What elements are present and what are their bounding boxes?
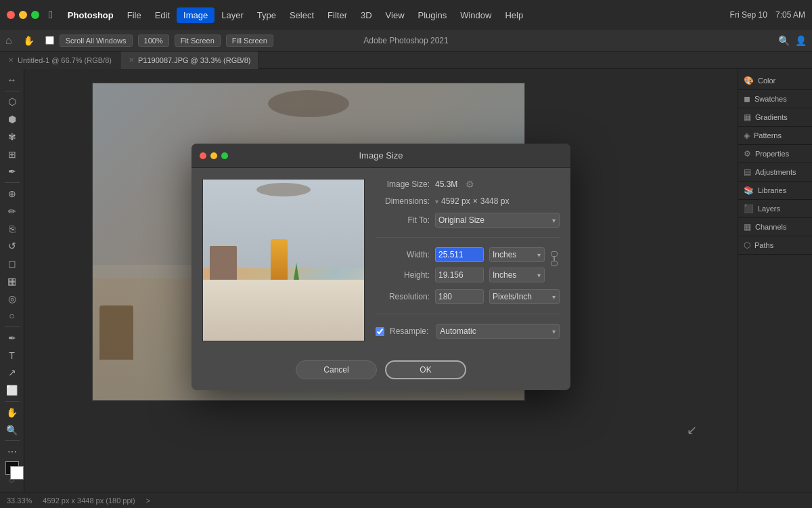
text-tool[interactable]: T [3,347,22,364]
panel-section-gradients[interactable]: ▦ Gradients [738,108,812,127]
search-icon[interactable]: 🔍 [778,35,790,46]
menubar-layer[interactable]: Layer [215,7,250,23]
zoom-tool[interactable]: 🔍 [3,422,22,438]
eyedropper-tool[interactable]: ✒ [3,164,22,180]
dialog-zoom-button[interactable] [221,152,228,159]
menubar-plugins[interactable]: Plugins [411,7,454,23]
window-title: Adobe Photoshop 2021 [363,36,448,45]
width-unit-select[interactable]: Inches [489,247,545,262]
background-color[interactable] [10,466,24,480]
ok-button[interactable]: OK [385,360,466,379]
menubar-help[interactable]: Help [498,7,530,23]
lasso-tool[interactable]: ⬢ [3,111,22,127]
menubar-window[interactable]: Window [453,7,498,23]
heal-tool[interactable]: ⊕ [3,186,22,202]
status-bar: 33.33% 4592 px x 3448 px (180 ppi) > [0,492,812,508]
dialog-minimize-button[interactable] [210,152,217,159]
menubar-edit[interactable]: Edit [148,7,177,23]
more-tools[interactable]: ⋯ [3,444,22,460]
fit-screen-button[interactable]: Fit Screen [175,35,221,47]
panel-section-adjustments[interactable]: ▤ Adjustments [738,163,812,182]
panel-channels-header: ▦ Channels [744,222,807,232]
path-select-tool[interactable]: ↗ [3,365,22,381]
zoom-level-button[interactable]: 100% [138,35,169,47]
dimensions-width: 4592 px [441,196,470,206]
menubar-filter[interactable]: Filter [321,7,354,23]
cancel-button[interactable]: Cancel [296,360,377,379]
eraser-tool[interactable]: ◻ [3,255,22,272]
tool-separator-1 [5,91,20,91]
panel-section-channels[interactable]: ▦ Channels [738,218,812,236]
history-tool[interactable]: ↺ [3,238,22,254]
minimize-button[interactable] [19,11,27,19]
gradient-tool[interactable]: ▦ [3,273,22,289]
menubar-type[interactable]: Type [250,7,283,23]
marquee-tool[interactable]: ⬡ [3,94,22,110]
hand-tool[interactable]: ✋ [3,404,22,421]
right-panel: 🎨 Color ◼ Swatches ▦ Gradients ◈ Pattern… [738,69,812,492]
tool-separator-4 [5,401,20,402]
tab-untitled[interactable]: ✕ Untitled-1 @ 66.7% (RGB/8) [0,51,120,69]
resolution-input[interactable] [435,289,484,304]
dimensions-arrow[interactable]: ▾ [435,198,438,205]
dialog-close-button[interactable] [200,152,206,159]
tab-close-2[interactable]: ✕ [129,56,134,64]
brush-tool[interactable]: ✏ [3,203,22,219]
resolution-unit-select[interactable]: Pixels/Inch [489,289,560,304]
patterns-panel-icon: ◈ [744,131,750,140]
panel-section-properties[interactable]: ⚙ Properties [738,145,812,163]
blur-tool[interactable]: ◎ [3,291,22,307]
tab-close-1[interactable]: ✕ [8,56,14,64]
width-unit-wrapper: Inches [489,247,545,262]
menubar-select[interactable]: Select [283,7,321,23]
gear-icon[interactable]: ⚙ [466,179,474,190]
foreground-color[interactable] [5,461,19,475]
properties-panel-label: Properties [755,150,789,158]
resample-label[interactable]: Resample: [390,326,428,336]
close-button[interactable] [7,11,15,19]
panel-section-paths[interactable]: ⬡ Paths [738,236,812,255]
size-chain-group: Width: Inches [376,247,560,282]
patterns-panel-label: Patterns [754,131,782,140]
menubar-3d[interactable]: 3D [354,7,379,23]
panel-section-layers[interactable]: ⬛ Layers [738,200,812,218]
chain-link-bottom [551,261,558,266]
canvas-area: Image Size [24,69,738,492]
checkbox-scroll-all[interactable] [45,36,54,45]
chain-link-top [551,251,558,257]
resample-select[interactable]: Automatic [436,324,560,339]
panel-section-patterns[interactable]: ◈ Patterns [738,127,812,145]
menubar-view[interactable]: View [379,7,411,23]
height-unit-select[interactable]: Inches [489,268,545,282]
status-arrow[interactable]: > [146,496,150,505]
shape-tool[interactable]: ⬜ [3,382,22,398]
pen-tool[interactable]: ✒ [3,330,22,346]
quick-select-tool[interactable]: ✾ [3,129,22,145]
width-input[interactable] [435,247,484,262]
panel-section-swatches[interactable]: ◼ Swatches [738,90,812,108]
window-traffic-lights [7,11,39,19]
color-panel-label: Color [758,77,775,85]
height-input[interactable] [435,268,484,282]
libraries-panel-icon: 📚 [744,186,754,195]
panel-section-libraries[interactable]: 📚 Libraries [738,182,812,200]
menubar:  Photoshop File Edit Image Layer Type S… [0,0,812,30]
properties-panel-icon: ⚙ [744,149,751,158]
resample-checkbox[interactable] [376,327,384,336]
maximize-button[interactable] [31,11,39,19]
fit-to-select[interactable]: Original Size [435,213,560,228]
panel-patterns-header: ◈ Patterns [744,131,807,140]
move-tool[interactable]: ↔ [3,72,22,88]
panel-section-color[interactable]: 🎨 Color [738,72,812,90]
menubar-file[interactable]: File [120,7,148,23]
tool-separator-2 [5,182,20,183]
menubar-date: Fri Sep 10 [730,10,767,20]
menubar-app[interactable]: Photoshop [61,7,120,23]
fill-screen-button[interactable]: Fill Screen [226,35,273,47]
tab-p1190087[interactable]: ✕ P1190087.JPG @ 33.3% (RGB/8) [120,51,259,69]
clone-tool[interactable]: ⎘ [3,221,22,237]
menubar-image[interactable]: Image [177,7,215,23]
crop-tool[interactable]: ⊞ [3,146,22,163]
dodge-tool[interactable]: ○ [3,308,22,324]
scroll-all-windows-button[interactable]: Scroll All Windows [60,35,133,47]
